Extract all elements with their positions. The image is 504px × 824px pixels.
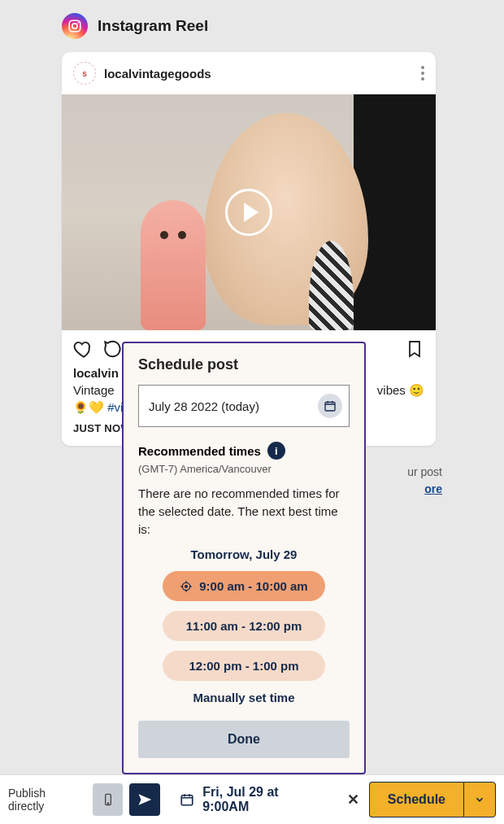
post-media[interactable]	[62, 94, 436, 330]
svg-rect-3	[325, 402, 335, 411]
recommended-label: Recommended times	[138, 444, 261, 458]
schedule-popup: Schedule post July 28 2022 (today) Recom…	[122, 342, 366, 774]
publish-directly-label: Publish directly	[8, 787, 85, 813]
svg-point-2	[77, 22, 79, 24]
scheduled-date-display[interactable]: Fri, Jul 29 at 9:00AM	[202, 785, 328, 814]
time-option-3[interactable]: 12:00 pm - 1:00 pm	[163, 651, 325, 681]
avatar[interactable]: s	[73, 62, 96, 85]
svg-rect-8	[182, 796, 193, 805]
more-options-icon[interactable]	[421, 66, 424, 81]
manual-time-link[interactable]: Manually set time	[138, 691, 350, 704]
date-picker-field[interactable]: July 28 2022 (today)	[138, 385, 350, 427]
send-mode-button[interactable]	[129, 783, 160, 816]
bookmark-icon[interactable]	[405, 339, 424, 359]
timezone-label: (GMT-7) America/Vancouver	[138, 463, 350, 475]
time-option-1[interactable]: 9:00 am - 10:00 am	[163, 571, 325, 601]
instagram-icon	[62, 13, 88, 39]
date-value: July 28 2022 (today)	[149, 399, 259, 413]
chevron-down-icon	[474, 794, 485, 805]
svg-point-7	[107, 803, 108, 804]
time-option-2[interactable]: 11:00 am - 12:00 pm	[163, 611, 325, 641]
done-button[interactable]: Done	[138, 721, 350, 758]
post-username[interactable]: localvintagegoods	[104, 67, 211, 81]
popup-title: Schedule post	[138, 356, 350, 373]
svg-point-1	[72, 24, 77, 28]
clear-date-button[interactable]: ✕	[344, 787, 363, 812]
info-icon[interactable]: i	[267, 442, 285, 460]
like-icon[interactable]	[73, 338, 94, 360]
play-icon[interactable]	[225, 189, 272, 236]
mobile-mode-button[interactable]	[93, 783, 124, 816]
schedule-dropdown-button[interactable]	[463, 782, 496, 817]
learn-more-link[interactable]: ore	[424, 481, 442, 498]
target-icon	[180, 580, 193, 593]
comment-icon[interactable]	[102, 338, 124, 360]
calendar-icon	[180, 792, 194, 807]
recommendation-message: There are no recommended times for the s…	[138, 485, 350, 538]
page-title: Instagram Reel	[98, 17, 208, 35]
bottom-bar: Publish directly Fri, Jul 29 at 9:00AM ✕…	[0, 774, 504, 824]
schedule-button[interactable]: Schedule	[369, 782, 463, 817]
next-best-label: Tomorrow, July 29	[138, 547, 350, 561]
svg-point-5	[185, 585, 188, 587]
calendar-icon[interactable]	[318, 394, 342, 418]
